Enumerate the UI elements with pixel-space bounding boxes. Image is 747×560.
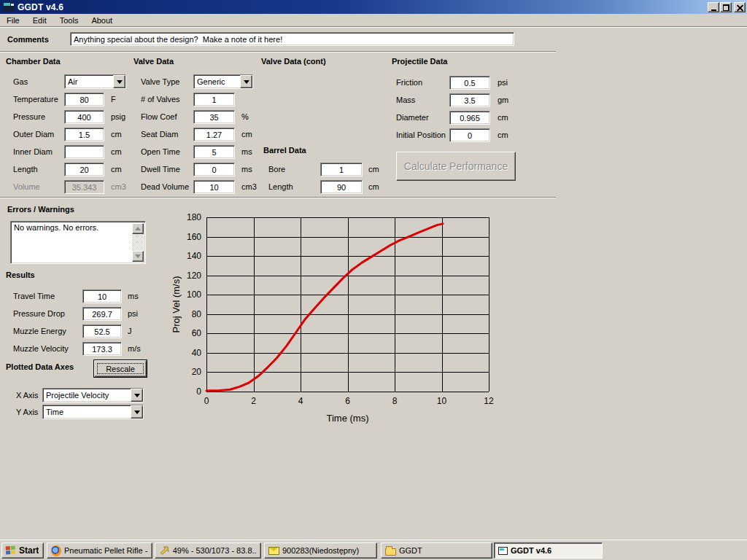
errors-warnings-box[interactable]: No warnings. No errors. — [10, 221, 146, 264]
menu-file[interactable]: File — [0, 15, 26, 26]
inner-diam-input[interactable] — [64, 145, 104, 159]
restore-button[interactable] — [720, 2, 732, 12]
pressure-drop-label: Pressure Drop — [13, 309, 65, 318]
friction-unit: psi — [498, 78, 508, 87]
mass-unit: gm — [498, 96, 508, 104]
temperature-input[interactable] — [64, 93, 104, 106]
task-label: 49% - 530/1073 - 83.8... — [173, 546, 257, 555]
x-axis-label: X Axis — [16, 391, 39, 400]
chamber-length-unit: cm — [111, 165, 122, 174]
dwell-time-label: Dwell Time — [141, 165, 180, 174]
scroll-down-button[interactable] — [132, 251, 144, 262]
gas-value: Air — [65, 75, 113, 88]
muzzle-energy-output — [82, 324, 122, 338]
flow-coef-unit: % — [241, 112, 249, 121]
bore-label: Bore — [268, 165, 285, 174]
close-button[interactable] — [734, 2, 746, 12]
folder-icon — [385, 548, 396, 556]
menu-edit[interactable]: Edit — [26, 15, 53, 26]
app-icon — [3, 2, 15, 12]
x-axis-select[interactable]: Projectile Velocity — [42, 388, 144, 402]
valve-type-select[interactable]: Generic — [193, 74, 253, 89]
rescale-button[interactable]: Rescale — [93, 359, 147, 378]
valve-type-value: Generic — [194, 75, 240, 88]
task-label: GGDT — [399, 546, 422, 555]
svg-text:6: 6 — [345, 396, 350, 406]
dead-volume-unit: cm3 — [241, 182, 257, 191]
svg-text:10: 10 — [437, 396, 447, 406]
taskbar: Start Pneumatic Pellet Rifle -... 49% - … — [0, 540, 747, 560]
errors-scrollbar[interactable] — [132, 223, 144, 262]
dwell-time-input[interactable] — [193, 163, 235, 176]
mass-input[interactable] — [449, 93, 490, 107]
muzzle-energy-label: Muzzle Energy — [13, 327, 66, 335]
minimize-button[interactable] — [708, 2, 719, 12]
pressure-unit: psig — [111, 112, 125, 121]
diameter-input[interactable] — [449, 111, 490, 125]
seat-diam-input[interactable] — [193, 128, 235, 141]
svg-text:12: 12 — [484, 396, 494, 406]
errors-warnings-header: Errors / Warnings — [7, 205, 74, 214]
open-time-input[interactable] — [193, 145, 235, 159]
comments-input[interactable] — [70, 32, 514, 46]
chevron-down-icon — [244, 80, 249, 84]
x-axis-dropdown-button[interactable] — [131, 389, 143, 402]
svg-text:140: 140 — [187, 251, 201, 261]
valve-type-dropdown-button[interactable] — [240, 75, 252, 88]
temperature-unit: F — [111, 95, 116, 104]
open-time-label: Open Time — [141, 147, 180, 156]
inner-diam-label: Inner Diam — [13, 147, 53, 156]
task-ggdt-folder[interactable]: GGDT — [381, 542, 492, 559]
svg-text:4: 4 — [298, 396, 303, 406]
arrow-down-icon — [135, 254, 141, 258]
outer-diam-input[interactable] — [64, 128, 104, 141]
rescale-button-label: Rescale — [106, 365, 135, 373]
svg-text:0: 0 — [204, 396, 209, 406]
seat-diam-unit: cm — [241, 130, 252, 139]
svg-text:100: 100 — [187, 289, 201, 300]
task-ggdt-active[interactable]: GGDT v4.6 — [494, 542, 603, 559]
flow-coef-input[interactable] — [193, 110, 235, 124]
y-axis-select[interactable]: Time — [42, 405, 144, 419]
svg-text:20: 20 — [192, 367, 202, 377]
task-pneumatic-pellet-rifle[interactable]: Pneumatic Pellet Rifle -... — [47, 542, 152, 559]
task-messenger[interactable]: 900283(Niedostępny) — [264, 542, 377, 559]
calculate-performance-button[interactable]: Calculate Performance — [396, 152, 516, 181]
num-valves-input[interactable] — [193, 93, 235, 106]
gas-dropdown-button[interactable] — [113, 75, 125, 88]
initial-position-input[interactable] — [449, 128, 490, 142]
chamber-length-label: Length — [13, 165, 38, 174]
bore-input[interactable] — [320, 163, 363, 176]
barrel-length-unit: cm — [368, 182, 379, 191]
menu-about[interactable]: About — [85, 15, 119, 26]
y-axis-label: Y Axis — [16, 408, 38, 416]
num-valves-label: # of Valves — [141, 95, 180, 104]
pressure-drop-output — [82, 307, 122, 321]
task-label: GGDT v4.6 — [511, 546, 551, 555]
diameter-unit: cm — [498, 113, 508, 122]
valve-data-cont-header: Valve Data (cont) — [261, 57, 326, 66]
svg-text:180: 180 — [187, 212, 201, 222]
task-label: Pneumatic Pellet Rifle -... — [64, 546, 148, 555]
start-button[interactable]: Start — [1, 542, 44, 559]
friction-input[interactable] — [449, 76, 490, 90]
scroll-up-button[interactable] — [132, 223, 144, 234]
task-download-progress[interactable]: 49% - 530/1073 - 83.8... — [155, 542, 261, 559]
barrel-length-label: Length — [268, 182, 293, 191]
diameter-label: Diameter — [396, 113, 429, 122]
dead-volume-input[interactable] — [193, 180, 235, 194]
bore-unit: cm — [368, 165, 379, 174]
errors-warnings-text: No warnings. No errors. — [11, 222, 145, 263]
menu-tools[interactable]: Tools — [53, 15, 85, 26]
chamber-length-input[interactable] — [64, 163, 104, 176]
svg-text:Time (ms): Time (ms) — [326, 413, 368, 424]
firefox-icon — [51, 545, 61, 556]
gas-select[interactable]: Air — [64, 74, 126, 89]
valve-data-header: Valve Data — [133, 57, 174, 66]
comments-label: Comments — [7, 35, 49, 44]
barrel-length-input[interactable] — [320, 180, 363, 194]
pressure-input[interactable] — [64, 110, 104, 124]
muzzle-velocity-output — [82, 342, 122, 356]
y-axis-dropdown-button[interactable] — [131, 405, 143, 419]
pressure-drop-unit: psi — [128, 309, 138, 318]
